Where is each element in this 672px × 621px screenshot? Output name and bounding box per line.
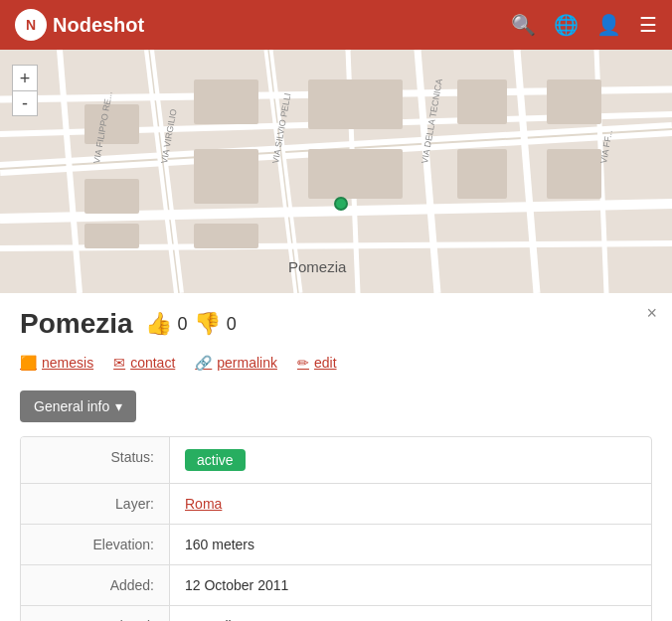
svg-rect-25 [457,149,507,199]
table-row: Updated: 10 April 2014 [21,606,651,621]
svg-rect-20 [194,149,258,204]
general-info-label: General info [34,398,109,414]
layer-value: Roma [170,484,651,524]
zoom-in-button[interactable]: + [12,65,38,90]
thumbs-up-icon[interactable]: 👍 [145,311,172,337]
elevation-value: 160 meters [170,525,651,564]
thumbs-down-icon[interactable]: 👎 [194,311,221,337]
svg-rect-22 [308,79,403,129]
header-icons: 🔍 🌐 👤 ☰ [511,13,657,37]
updated-value: 10 April 2014 [170,606,651,621]
status-badge: active [185,449,246,471]
nemesis-link-label: nemesis [42,355,93,371]
permalink-icon: 🔗 [195,355,212,371]
logo[interactable]: N Nodeshot [15,9,144,41]
dropdown-arrow-icon: ▾ [115,398,122,414]
logo-icon: N [15,9,47,41]
map-marker[interactable] [334,197,348,211]
links-row: 🟧 nemesis ✉ contact 🔗 permalink ✏ edit [0,350,672,383]
svg-rect-16 [84,104,139,144]
permalink-link[interactable]: 🔗 permalink [195,355,277,371]
detail-panel: × Pomezia 👍 0 👎 0 🟧 nemesis ✉ contact 🔗 … [0,293,672,621]
contact-link-label: contact [130,355,175,371]
status-label: Status: [21,437,170,483]
table-row: Added: 12 October 2011 [21,565,651,606]
general-info-button[interactable]: General info ▾ [20,390,136,422]
svg-rect-21 [194,224,258,248]
panel-header: Pomezia 👍 0 👎 0 [0,293,672,350]
close-button[interactable]: × [646,303,657,324]
nemesis-icon: 🟧 [20,355,37,371]
permalink-link-label: permalink [217,355,277,371]
map-zoom-controls: + - [12,65,38,116]
svg-rect-18 [84,224,139,248]
table-row: Status: active [21,437,651,484]
updated-label: Updated: [21,606,170,621]
menu-icon[interactable]: ☰ [639,13,657,37]
search-icon[interactable]: 🔍 [511,13,536,37]
panel-title: Pomezia [20,308,133,340]
table-row: Layer: Roma [21,484,651,525]
map[interactable]: VIA FILIPPO RE... VIA VIRGILIO VIA SILVI… [0,50,672,293]
svg-rect-26 [547,79,601,124]
edit-link[interactable]: ✏ edit [297,355,337,371]
vote-up-count: 0 [178,314,188,335]
layer-label: Layer: [21,484,170,524]
info-table: Status: active Layer: Roma Elevation: 16… [20,436,652,621]
svg-rect-19 [194,79,258,124]
vote-area: 👍 0 👎 0 [145,311,237,337]
globe-icon[interactable]: 🌐 [554,13,579,37]
svg-rect-24 [457,79,507,124]
svg-rect-17 [84,179,139,214]
map-city-label: Pomezia [288,258,346,275]
vote-down-count: 0 [227,314,237,335]
table-row: Elevation: 160 meters [21,525,651,565]
logo-text: Nodeshot [53,14,144,37]
added-label: Added: [21,565,170,605]
map-svg: VIA FILIPPO RE... VIA VIRGILIO VIA SILVI… [0,50,672,293]
svg-rect-27 [547,149,601,199]
layer-link[interactable]: Roma [185,496,222,512]
svg-rect-23 [308,149,403,199]
status-value: active [170,437,651,483]
elevation-label: Elevation: [21,525,170,564]
edit-link-label: edit [314,355,337,371]
zoom-out-button[interactable]: - [12,90,38,116]
contact-icon: ✉ [113,355,125,371]
user-icon[interactable]: 👤 [596,13,621,37]
contact-link[interactable]: ✉ contact [113,355,175,371]
app-header: N Nodeshot 🔍 🌐 👤 ☰ [0,0,672,50]
edit-icon: ✏ [297,355,309,371]
nemesis-link[interactable]: 🟧 nemesis [20,355,93,371]
added-value: 12 October 2011 [170,565,651,605]
